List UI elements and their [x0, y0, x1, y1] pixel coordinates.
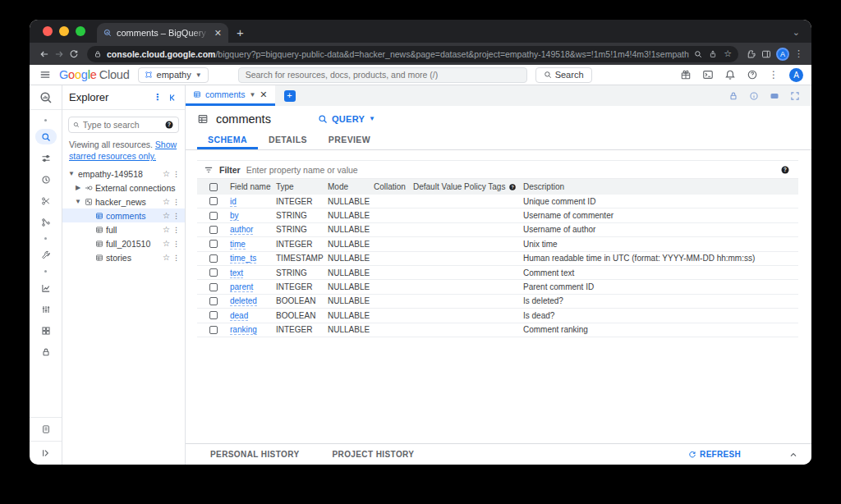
google-cloud-logo[interactable]: GoogleCloud [59, 68, 130, 81]
expand-rail-icon[interactable] [30, 441, 62, 465]
tab-schema[interactable]: SCHEMA [197, 131, 258, 149]
star-icon[interactable]: ☆ [163, 253, 170, 262]
forward-button[interactable] [54, 49, 64, 59]
browser-profile-avatar[interactable]: A [776, 48, 789, 61]
tab-dropdown-caret-icon[interactable]: ▼ [249, 91, 255, 99]
close-window-button[interactable] [43, 26, 53, 36]
reload-button[interactable] [69, 49, 79, 59]
star-icon[interactable]: ☆ [163, 225, 170, 234]
star-icon[interactable]: ☆ [163, 239, 170, 248]
collapse-explorer-icon[interactable] [168, 93, 178, 103]
kebab-icon[interactable]: ⋮ [172, 226, 180, 234]
explorer-kebab-icon[interactable]: ⋮ [153, 92, 162, 103]
governance-lock-icon[interactable] [35, 344, 57, 360]
field-name-link[interactable]: id [230, 197, 237, 207]
collapse-history-chevron-icon[interactable] [788, 450, 798, 460]
notifications-bell-icon[interactable] [724, 69, 736, 80]
tree-item-table-stories[interactable]: stories ☆ ⋮ [62, 250, 185, 264]
address-bar[interactable]: console.cloud.google.com/bigquery?p=bigq… [87, 46, 738, 62]
row-checkbox[interactable] [209, 212, 218, 220]
add-editor-tab-button[interactable]: + [284, 90, 296, 102]
field-name-link[interactable]: time [230, 240, 246, 250]
bookmark-star-icon[interactable]: ☆ [724, 48, 732, 59]
search-help-icon[interactable] [164, 120, 174, 130]
field-name-link[interactable]: by [230, 211, 239, 221]
explorer-search-box[interactable] [68, 117, 179, 133]
tab-close-icon[interactable]: ✕ [214, 28, 222, 39]
sql-workspace-icon[interactable] [35, 129, 57, 144]
star-icon[interactable]: ☆ [163, 211, 170, 220]
zoom-page-icon[interactable] [694, 50, 702, 58]
project-selector[interactable]: empathy ▼ [138, 67, 209, 83]
account-avatar[interactable]: A [789, 68, 803, 82]
row-checkbox[interactable] [209, 254, 218, 263]
row-checkbox[interactable] [209, 283, 218, 291]
field-name-link[interactable]: dead [230, 311, 248, 321]
personal-history-tab[interactable]: PERSONAL HISTORY [210, 450, 299, 459]
row-checkbox[interactable] [209, 226, 218, 234]
migration-wrench-icon[interactable] [35, 247, 57, 263]
tab-search-chevron-icon[interactable]: ⌄ [793, 27, 800, 38]
field-name-link[interactable]: ranking [230, 325, 257, 335]
field-name-link[interactable]: time_ts [230, 254, 256, 263]
tree-item-external-connections[interactable]: ▶ External connections [62, 181, 185, 195]
tree-item-table-full[interactable]: full ☆ ⋮ [62, 222, 185, 236]
bigquery-logo-icon[interactable] [30, 85, 62, 110]
refresh-button[interactable]: REFRESH [688, 450, 741, 459]
capacity-tune-icon[interactable] [35, 301, 57, 317]
dataform-icon[interactable] [35, 214, 57, 230]
field-name-link[interactable]: parent [230, 282, 253, 292]
kebab-icon[interactable]: ⋮ [172, 212, 180, 220]
row-checkbox[interactable] [209, 297, 218, 305]
bi-engine-grid-icon[interactable] [35, 323, 57, 338]
kebab-icon[interactable]: ⋮ [172, 170, 180, 178]
kebab-icon[interactable]: ⋮ [172, 198, 180, 206]
global-search-bar[interactable] [238, 67, 527, 83]
field-name-link[interactable]: author [230, 225, 253, 235]
free-trial-gift-icon[interactable] [680, 69, 692, 80]
monitoring-chart-icon[interactable] [35, 280, 57, 296]
tree-item-dataset[interactable]: ▼ hacker_news ☆ ⋮ [62, 195, 185, 208]
browser-tab[interactable]: comments – BigQuery – empat ✕ [97, 23, 228, 43]
editor-tab-comments[interactable]: comments ▼ ✕ [186, 85, 275, 106]
scheduled-queries-icon[interactable] [35, 172, 57, 187]
analytics-hub-icon[interactable] [35, 193, 57, 208]
caret-down-icon[interactable]: ▼ [67, 170, 76, 177]
filter-help-icon[interactable] [780, 165, 790, 175]
info-icon[interactable] [749, 91, 759, 101]
share-icon[interactable] [709, 50, 717, 58]
help-icon[interactable] [747, 69, 758, 80]
filter-input[interactable] [246, 165, 774, 175]
tree-item-table-comments[interactable]: comments ☆ ⋮ [62, 208, 185, 222]
main-menu-burger-icon[interactable] [39, 69, 51, 80]
field-name-link[interactable]: deleted [230, 296, 257, 306]
global-search-input[interactable] [246, 70, 520, 80]
side-panel-icon[interactable] [761, 49, 771, 59]
query-button[interactable]: QUERY ▼ [318, 114, 375, 124]
feedback-chat-icon[interactable] [770, 91, 779, 101]
cloud-shell-icon[interactable] [702, 69, 714, 80]
search-button[interactable]: Search [535, 67, 592, 83]
select-all-checkbox[interactable] [209, 183, 218, 191]
data-transfers-icon[interactable] [35, 150, 57, 166]
minimize-window-button[interactable] [59, 26, 69, 36]
zoom-window-button[interactable] [76, 26, 85, 36]
project-history-tab[interactable]: PROJECT HISTORY [332, 450, 414, 459]
row-checkbox[interactable] [209, 311, 218, 319]
site-lock-icon[interactable] [94, 50, 102, 58]
row-checkbox[interactable] [209, 326, 218, 334]
fullscreen-expand-icon[interactable] [790, 91, 800, 101]
row-checkbox[interactable] [209, 240, 218, 248]
caret-down-icon[interactable]: ▼ [74, 198, 82, 205]
tab-details[interactable]: DETAILS [258, 131, 318, 149]
back-button[interactable] [39, 49, 49, 59]
row-checkbox[interactable] [209, 197, 218, 205]
schema-filter-bar[interactable]: Filter [197, 161, 798, 179]
tab-preview[interactable]: PREVIEW [318, 131, 381, 149]
tree-item-table-full-201510[interactable]: full_201510 ☆ ⋮ [62, 236, 185, 250]
release-notes-doc-icon[interactable] [30, 417, 62, 441]
star-icon[interactable]: ☆ [163, 197, 170, 206]
editor-tab-close-icon[interactable]: ✕ [260, 89, 267, 100]
header-kebab-icon[interactable]: ⋮ [769, 69, 779, 80]
caret-right-icon[interactable]: ▶ [74, 184, 82, 191]
